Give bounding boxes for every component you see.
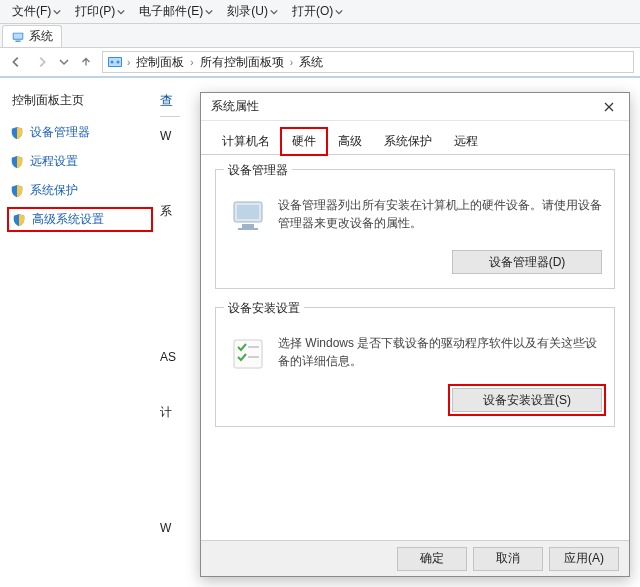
breadcrumb-root[interactable]: 控制面板 bbox=[134, 54, 186, 71]
sidebar-item-protection[interactable]: 系统保护 bbox=[10, 181, 150, 200]
nav-back-button[interactable] bbox=[6, 52, 26, 72]
breadcrumb-sep-icon: › bbox=[190, 57, 193, 68]
svg-rect-10 bbox=[238, 228, 258, 230]
tab-label: 系统保护 bbox=[384, 134, 432, 148]
button-label: 设备管理器(D) bbox=[489, 254, 566, 271]
dialog-footer: 确定 取消 应用(A) bbox=[201, 540, 629, 576]
group-legend: 设备安装设置 bbox=[224, 300, 304, 317]
system-properties-dialog: 系统属性 计算机名 硬件 高级 系统保护 远程 设备管理器 bbox=[200, 92, 630, 577]
svg-point-6 bbox=[117, 61, 120, 64]
chevron-down-icon bbox=[270, 8, 278, 16]
tab-label: 硬件 bbox=[292, 134, 316, 148]
shield-icon bbox=[12, 213, 26, 227]
breadcrumb-mid[interactable]: 所有控制面板项 bbox=[198, 54, 286, 71]
chevron-down-icon bbox=[205, 8, 213, 16]
content-heading: 查 bbox=[160, 92, 180, 117]
sidebar: 控制面板主页 设备管理器 远程设置 系统保护 高级系统设置 bbox=[0, 78, 160, 587]
menu-file[interactable]: 文件(F) bbox=[6, 1, 67, 22]
svg-point-5 bbox=[111, 61, 114, 64]
checklist-icon bbox=[228, 334, 268, 374]
menu-bar: 文件(F) 打印(P) 电子邮件(E) 刻录(U) 打开(O) bbox=[0, 0, 640, 24]
menu-burn-label: 刻录(U) bbox=[227, 3, 268, 20]
sidebar-home[interactable]: 控制面板主页 bbox=[10, 92, 150, 113]
menu-file-label: 文件(F) bbox=[12, 3, 51, 20]
shield-icon bbox=[10, 155, 24, 169]
button-label: 取消 bbox=[496, 550, 520, 567]
tab-advanced[interactable]: 高级 bbox=[327, 128, 373, 155]
apply-button[interactable]: 应用(A) bbox=[549, 547, 619, 571]
sidebar-item-advanced[interactable]: 高级系统设置 bbox=[10, 210, 150, 229]
svg-rect-2 bbox=[15, 40, 20, 41]
dialog-body: 设备管理器 设备管理器列出所有安装在计算机上的硬件设备。请使用设备管理器来更改设… bbox=[201, 155, 629, 540]
chevron-down-icon bbox=[53, 8, 61, 16]
tab-label: 计算机名 bbox=[222, 134, 270, 148]
group-text: 设备管理器列出所有安装在计算机上的硬件设备。请使用设备管理器来更改设备的属性。 bbox=[278, 196, 602, 232]
group-text: 选择 Windows 是否下载设备的驱动程序软件以及有关这些设备的详细信息。 bbox=[278, 334, 602, 370]
breadcrumb-sep-icon: › bbox=[127, 57, 130, 68]
svg-rect-13 bbox=[248, 356, 259, 358]
button-label: 应用(A) bbox=[564, 550, 604, 567]
cancel-button[interactable]: 取消 bbox=[473, 547, 543, 571]
dialog-close-button[interactable] bbox=[595, 97, 623, 117]
device-manager-icon bbox=[228, 196, 268, 236]
control-panel-icon bbox=[107, 54, 123, 70]
tab-hardware[interactable]: 硬件 bbox=[281, 128, 327, 155]
menu-print[interactable]: 打印(P) bbox=[69, 1, 131, 22]
menu-email[interactable]: 电子邮件(E) bbox=[133, 1, 219, 22]
window-tab-bar: 系统 bbox=[0, 24, 640, 48]
menu-print-label: 打印(P) bbox=[75, 3, 115, 20]
button-label: 确定 bbox=[420, 550, 444, 567]
breadcrumb-sep-icon: › bbox=[290, 57, 293, 68]
sidebar-item-label: 系统保护 bbox=[30, 182, 78, 199]
dialog-title: 系统属性 bbox=[211, 98, 259, 115]
tab-computer-name[interactable]: 计算机名 bbox=[211, 128, 281, 155]
nav-up-button[interactable] bbox=[76, 52, 96, 72]
tab-protection[interactable]: 系统保护 bbox=[373, 128, 443, 155]
sidebar-item-label: 高级系统设置 bbox=[32, 211, 104, 228]
arrow-left-icon bbox=[9, 55, 23, 69]
sidebar-item-remote[interactable]: 远程设置 bbox=[10, 152, 150, 171]
arrow-up-icon bbox=[79, 55, 93, 69]
address-bar: › 控制面板 › 所有控制面板项 › 系统 bbox=[0, 48, 640, 78]
tab-label: 高级 bbox=[338, 134, 362, 148]
menu-burn[interactable]: 刻录(U) bbox=[221, 1, 284, 22]
menu-email-label: 电子邮件(E) bbox=[139, 3, 203, 20]
window-tab-system[interactable]: 系统 bbox=[2, 25, 62, 47]
chevron-down-icon bbox=[117, 8, 125, 16]
sidebar-item-label: 设备管理器 bbox=[30, 124, 90, 141]
sidebar-item-device-manager[interactable]: 设备管理器 bbox=[10, 123, 150, 142]
nav-forward-button[interactable] bbox=[32, 52, 52, 72]
device-manager-button[interactable]: 设备管理器(D) bbox=[452, 250, 602, 274]
svg-rect-8 bbox=[237, 205, 259, 219]
dialog-tabs: 计算机名 硬件 高级 系统保护 远程 bbox=[201, 121, 629, 155]
arrow-right-icon bbox=[35, 55, 49, 69]
svg-rect-1 bbox=[14, 33, 23, 38]
ok-button[interactable]: 确定 bbox=[397, 547, 467, 571]
group-device-manager: 设备管理器 设备管理器列出所有安装在计算机上的硬件设备。请使用设备管理器来更改设… bbox=[215, 169, 615, 289]
breadcrumb-leaf[interactable]: 系统 bbox=[297, 54, 325, 71]
menu-open[interactable]: 打开(O) bbox=[286, 1, 349, 22]
device-install-settings-button[interactable]: 设备安装设置(S) bbox=[452, 388, 602, 412]
tab-remote[interactable]: 远程 bbox=[443, 128, 489, 155]
group-device-install: 设备安装设置 选择 Windows 是否下载设备的驱动程序软件以及有关这些设备的… bbox=[215, 307, 615, 427]
shield-icon bbox=[10, 126, 24, 140]
svg-rect-9 bbox=[242, 224, 254, 228]
dialog-titlebar: 系统属性 bbox=[201, 93, 629, 121]
computer-icon bbox=[11, 30, 25, 44]
button-label: 设备安装设置(S) bbox=[483, 392, 571, 409]
sidebar-item-label: 远程设置 bbox=[30, 153, 78, 170]
shield-icon bbox=[10, 184, 24, 198]
chevron-down-icon bbox=[335, 8, 343, 16]
nav-history-button[interactable] bbox=[58, 52, 70, 72]
svg-rect-11 bbox=[234, 340, 262, 368]
svg-rect-12 bbox=[248, 346, 259, 348]
menu-open-label: 打开(O) bbox=[292, 3, 333, 20]
close-icon bbox=[604, 102, 614, 112]
tab-label: 远程 bbox=[454, 134, 478, 148]
group-legend: 设备管理器 bbox=[224, 162, 292, 179]
window-tab-label: 系统 bbox=[29, 28, 53, 45]
chevron-down-icon bbox=[59, 57, 69, 67]
breadcrumb[interactable]: › 控制面板 › 所有控制面板项 › 系统 bbox=[102, 51, 634, 73]
